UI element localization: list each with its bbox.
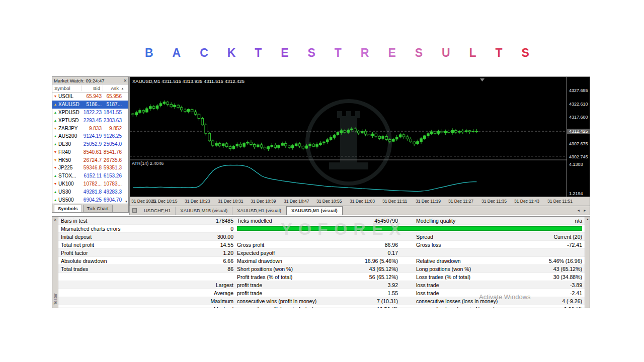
column-bid[interactable]: Bid — [82, 85, 103, 91]
report-row[interactable]: Bars in test178485Ticks modelled45450790… — [58, 217, 585, 225]
market-watch-row-uk100[interactable]: ▼UK10010782...10783... — [52, 180, 128, 188]
symbol-down-icon: ▼ — [52, 127, 58, 130]
tabs-scroll-left-icon[interactable]: ◄ — [577, 209, 580, 212]
ask-value: 25054.0 — [103, 141, 123, 147]
scroll-up-icon[interactable]: ▲ — [586, 218, 589, 221]
report-label: Bars in test — [58, 218, 174, 224]
market-watch-row-hk50[interactable]: ▼HK5026724.726735.6 — [52, 156, 128, 164]
bid-value: 6904.25 — [82, 197, 103, 203]
market-watch-row-fr40[interactable]: ▼FR408540.618541.76 — [52, 148, 128, 156]
market-watch-tabs: Symbols Tick Chart — [52, 204, 128, 212]
report-row[interactable]: Mismatched charts errors0 — [58, 225, 585, 233]
market-watch-row-aus200[interactable]: ▲AUS2009124.199126.25 — [52, 132, 128, 140]
chart-tab-usdchf-h1[interactable]: USDCHF,H1 — [139, 207, 176, 215]
close-icon[interactable]: × — [54, 217, 56, 222]
chart-list-icon[interactable] — [132, 208, 137, 213]
column-ask[interactable]: Ask — [103, 85, 120, 91]
title-letter: S — [308, 46, 315, 60]
ask-value: 59351.3 — [103, 165, 123, 170]
report-label: Long positions (won %) — [416, 266, 537, 272]
quality-progress-bar — [237, 226, 582, 231]
report-label: Mismatched charts errors — [58, 226, 174, 232]
report-label: profit trade — [237, 290, 345, 296]
chart-tab-xauusd-m15-visual-[interactable]: XAUUSD,M15 (visual) — [176, 207, 232, 215]
market-watch-window: Market Watch: 09:24:47 × Symbol Bid Ask … — [52, 76, 129, 213]
report-value: 3.92 — [345, 282, 398, 288]
market-watch-row-us500[interactable]: ▲US5006904.256904.70 — [52, 196, 128, 204]
time-axis-label: 31 Dec 11:35 — [481, 199, 507, 204]
market-watch-row-jp225[interactable]: ▼JP22559346.859351.3 — [52, 164, 128, 172]
time-axis-label: 31 Dec 11:03 — [350, 199, 375, 204]
indicator-label: ATR(14) 2.4046 — [132, 161, 164, 166]
time-axis-label: 31 Dec 10:15 — [152, 199, 178, 204]
time-axis: 31 Dec 202531 Dec 10:1531 Dec 10:2331 De… — [130, 197, 590, 206]
symbol-up-icon: ▲ — [52, 190, 58, 194]
symbol-down-icon: ▼ — [52, 182, 58, 186]
bid-value: 59346.8 — [82, 165, 103, 170]
tester-panel-label: Tester — [53, 293, 58, 305]
time-axis-label: 31 Dec 10:39 — [251, 199, 276, 204]
chart-tab-list: USDCHF,H1XAUUSD,M15 (visual)XAUUSD,H1 (v… — [139, 206, 343, 215]
market-watch-row-zarjpy[interactable]: ▼ZARJPY9.8339.852 — [52, 124, 128, 132]
bid-value: 10782... — [82, 181, 103, 187]
column-symbol[interactable]: Symbol — [52, 85, 82, 91]
report-value: 45450790 — [345, 218, 398, 224]
scroll-up-icon[interactable]: ▲ — [120, 87, 125, 90]
title-letter: E — [388, 46, 395, 60]
report-row[interactable]: Profit trades (% of total)56 (65.12%)Los… — [58, 273, 585, 281]
report-label: Loss trades (% of total) — [416, 274, 537, 280]
market-watch-row-usoil[interactable]: ▼USOIL65.94365.956 — [52, 93, 128, 101]
report-row[interactable]: Initial deposit300.00SpreadCurrent (20) — [58, 233, 585, 241]
ask-value: 2303.63 — [103, 118, 123, 123]
price-scale-label: 4317.680 — [569, 115, 588, 120]
symbol-up-icon: ▲ — [52, 103, 58, 106]
bid-value: 25052.9 — [82, 141, 103, 147]
ask-value: 6904.70 — [103, 197, 123, 203]
report-value: 16.96 (5.46%) — [345, 258, 398, 264]
time-axis-label: 31 Dec 10:23 — [185, 199, 210, 204]
report-row[interactable]: Largestprofit trade3.92loss trade-3.89 — [58, 281, 585, 289]
report-label: Profit trades (% of total) — [237, 274, 345, 280]
scroll-down-icon[interactable]: ▼ — [125, 200, 128, 203]
report-label: Profit factor — [58, 250, 174, 256]
tab-symbols[interactable]: Symbols — [54, 205, 82, 212]
market-watch-row-us30[interactable]: ▲US3049281.849283.3 — [52, 188, 128, 196]
report-row[interactable]: Averageprofit trade1.55loss trade-2.41 — [58, 289, 585, 297]
tester-panel: × Tester Bars in test178485Ticks modelle… — [52, 216, 590, 308]
report-scrollbar[interactable]: ▲ — [585, 217, 590, 308]
price-scale: 4327.6854322.6104317.6804312.4254307.675… — [567, 77, 590, 197]
market-watch-row-de30[interactable]: ▲DE3025052.925054.0 — [52, 140, 128, 148]
title-letter: S — [522, 46, 529, 60]
close-icon[interactable]: × — [124, 78, 127, 83]
report-value: Maximum — [174, 298, 233, 304]
symbol-list: ▼USOIL65.94365.956▲XAUUSD5186...5187...▲… — [52, 93, 128, 204]
title-letter: T — [335, 46, 342, 60]
time-axis-label: 31 Dec 10:55 — [316, 199, 342, 204]
report-row[interactable]: Total net profit14.55Gross profit86.96Gr… — [58, 241, 585, 249]
ask-value: 1841.55 — [103, 110, 123, 115]
market-watch-row-xauusd[interactable]: ▲XAUUSD5186...5187... — [52, 101, 128, 109]
candlestick-chart[interactable] — [130, 77, 567, 197]
report-row[interactable]: Maximumconsecutive wins (profit in money… — [58, 297, 585, 305]
title-letter: T — [255, 46, 262, 60]
report-row[interactable]: Profit factor1.20Expected payoff0.17 — [58, 249, 585, 257]
chart-canvas — [130, 77, 567, 197]
ask-value: 5187... — [103, 102, 123, 107]
bid-value: 2293.45 — [82, 118, 103, 123]
indicator-scale-label: 1.2194 — [569, 191, 583, 196]
report-row[interactable]: Maximalconsecutive profit (count of wins… — [58, 305, 585, 308]
market-watch-titlebar[interactable]: Market Watch: 09:24:47 × — [52, 77, 128, 84]
market-watch-row-xptusd[interactable]: ▲XPTUSD2293.452303.63 — [52, 116, 128, 124]
tabs-scroll-right-icon[interactable]: ► — [583, 209, 587, 212]
chart-tab-xauusd-m1-visual-[interactable]: XAUUSD,M1 (visual) — [286, 206, 343, 215]
market-watch-row-xpdusd[interactable]: ▲XPDUSD1822.231841.55 — [52, 109, 128, 117]
tab-tick-chart[interactable]: Tick Chart — [83, 205, 113, 212]
symbol-name: XAUUSD — [58, 102, 82, 107]
report-value: 1.55 — [345, 290, 398, 296]
report-row[interactable]: Absolute drawdown6.66Maximal drawdown16.… — [58, 257, 585, 265]
chart-tab-xauusd-h1-visual-[interactable]: XAUUSD,H1 (visual) — [232, 207, 286, 215]
time-axis-label: 31 Dec 10:31 — [218, 199, 244, 204]
market-watch-row-stox[interactable]: ▲STOX...6152.116153.26 — [52, 172, 128, 180]
report-row[interactable]: Total trades86Short positions (won %)43 … — [58, 265, 585, 273]
report-label: consecutive loss (count of losses) — [416, 306, 537, 308]
